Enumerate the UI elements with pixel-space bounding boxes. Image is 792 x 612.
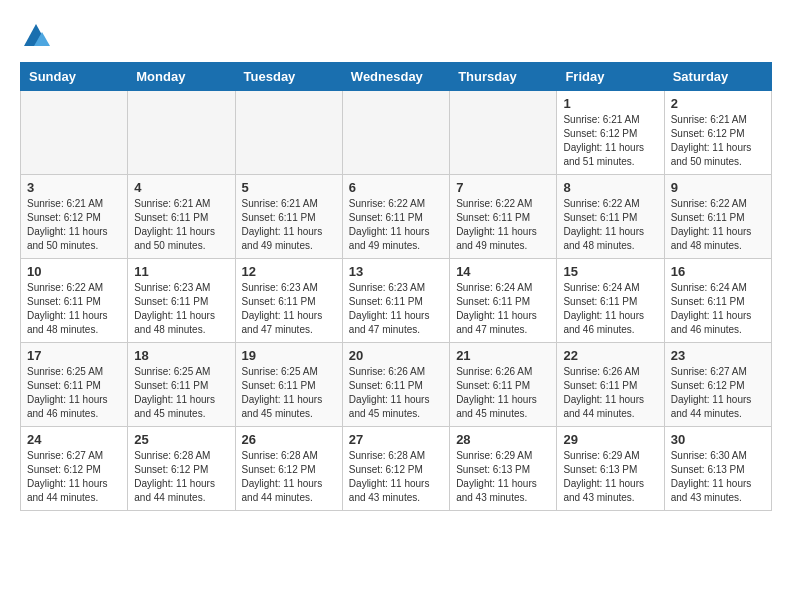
day-cell: 16Sunrise: 6:24 AM Sunset: 6:11 PM Dayli… bbox=[664, 259, 771, 343]
day-info: Sunrise: 6:23 AM Sunset: 6:11 PM Dayligh… bbox=[242, 281, 336, 337]
day-info: Sunrise: 6:26 AM Sunset: 6:11 PM Dayligh… bbox=[563, 365, 657, 421]
day-number: 28 bbox=[456, 432, 550, 447]
day-number: 8 bbox=[563, 180, 657, 195]
day-cell: 6Sunrise: 6:22 AM Sunset: 6:11 PM Daylig… bbox=[342, 175, 449, 259]
day-info: Sunrise: 6:27 AM Sunset: 6:12 PM Dayligh… bbox=[27, 449, 121, 505]
logo-icon bbox=[20, 20, 52, 52]
day-number: 14 bbox=[456, 264, 550, 279]
header-cell-wednesday: Wednesday bbox=[342, 63, 449, 91]
day-info: Sunrise: 6:21 AM Sunset: 6:11 PM Dayligh… bbox=[134, 197, 228, 253]
day-info: Sunrise: 6:28 AM Sunset: 6:12 PM Dayligh… bbox=[242, 449, 336, 505]
day-number: 17 bbox=[27, 348, 121, 363]
day-number: 10 bbox=[27, 264, 121, 279]
header-cell-friday: Friday bbox=[557, 63, 664, 91]
day-cell: 27Sunrise: 6:28 AM Sunset: 6:12 PM Dayli… bbox=[342, 427, 449, 511]
day-info: Sunrise: 6:25 AM Sunset: 6:11 PM Dayligh… bbox=[134, 365, 228, 421]
header-cell-sunday: Sunday bbox=[21, 63, 128, 91]
day-info: Sunrise: 6:24 AM Sunset: 6:11 PM Dayligh… bbox=[456, 281, 550, 337]
day-cell: 20Sunrise: 6:26 AM Sunset: 6:11 PM Dayli… bbox=[342, 343, 449, 427]
logo bbox=[20, 20, 56, 52]
week-row-1: 1Sunrise: 6:21 AM Sunset: 6:12 PM Daylig… bbox=[21, 91, 772, 175]
day-number: 27 bbox=[349, 432, 443, 447]
day-cell bbox=[342, 91, 449, 175]
day-info: Sunrise: 6:25 AM Sunset: 6:11 PM Dayligh… bbox=[242, 365, 336, 421]
day-info: Sunrise: 6:28 AM Sunset: 6:12 PM Dayligh… bbox=[349, 449, 443, 505]
header-cell-thursday: Thursday bbox=[450, 63, 557, 91]
calendar-table: SundayMondayTuesdayWednesdayThursdayFrid… bbox=[20, 62, 772, 511]
header-cell-monday: Monday bbox=[128, 63, 235, 91]
day-number: 25 bbox=[134, 432, 228, 447]
day-cell: 14Sunrise: 6:24 AM Sunset: 6:11 PM Dayli… bbox=[450, 259, 557, 343]
day-info: Sunrise: 6:21 AM Sunset: 6:12 PM Dayligh… bbox=[27, 197, 121, 253]
day-number: 22 bbox=[563, 348, 657, 363]
day-number: 24 bbox=[27, 432, 121, 447]
day-cell: 22Sunrise: 6:26 AM Sunset: 6:11 PM Dayli… bbox=[557, 343, 664, 427]
day-cell: 29Sunrise: 6:29 AM Sunset: 6:13 PM Dayli… bbox=[557, 427, 664, 511]
day-cell: 19Sunrise: 6:25 AM Sunset: 6:11 PM Dayli… bbox=[235, 343, 342, 427]
day-info: Sunrise: 6:22 AM Sunset: 6:11 PM Dayligh… bbox=[671, 197, 765, 253]
day-number: 18 bbox=[134, 348, 228, 363]
day-number: 23 bbox=[671, 348, 765, 363]
day-info: Sunrise: 6:22 AM Sunset: 6:11 PM Dayligh… bbox=[27, 281, 121, 337]
day-cell: 13Sunrise: 6:23 AM Sunset: 6:11 PM Dayli… bbox=[342, 259, 449, 343]
day-cell: 25Sunrise: 6:28 AM Sunset: 6:12 PM Dayli… bbox=[128, 427, 235, 511]
day-number: 29 bbox=[563, 432, 657, 447]
header-cell-saturday: Saturday bbox=[664, 63, 771, 91]
day-number: 3 bbox=[27, 180, 121, 195]
day-info: Sunrise: 6:23 AM Sunset: 6:11 PM Dayligh… bbox=[349, 281, 443, 337]
day-cell: 1Sunrise: 6:21 AM Sunset: 6:12 PM Daylig… bbox=[557, 91, 664, 175]
day-cell: 21Sunrise: 6:26 AM Sunset: 6:11 PM Dayli… bbox=[450, 343, 557, 427]
day-info: Sunrise: 6:22 AM Sunset: 6:11 PM Dayligh… bbox=[563, 197, 657, 253]
calendar-body: 1Sunrise: 6:21 AM Sunset: 6:12 PM Daylig… bbox=[21, 91, 772, 511]
day-number: 1 bbox=[563, 96, 657, 111]
day-number: 21 bbox=[456, 348, 550, 363]
week-row-5: 24Sunrise: 6:27 AM Sunset: 6:12 PM Dayli… bbox=[21, 427, 772, 511]
day-info: Sunrise: 6:23 AM Sunset: 6:11 PM Dayligh… bbox=[134, 281, 228, 337]
day-cell bbox=[128, 91, 235, 175]
day-info: Sunrise: 6:29 AM Sunset: 6:13 PM Dayligh… bbox=[563, 449, 657, 505]
day-info: Sunrise: 6:24 AM Sunset: 6:11 PM Dayligh… bbox=[563, 281, 657, 337]
day-cell: 23Sunrise: 6:27 AM Sunset: 6:12 PM Dayli… bbox=[664, 343, 771, 427]
day-cell: 7Sunrise: 6:22 AM Sunset: 6:11 PM Daylig… bbox=[450, 175, 557, 259]
week-row-4: 17Sunrise: 6:25 AM Sunset: 6:11 PM Dayli… bbox=[21, 343, 772, 427]
header-cell-tuesday: Tuesday bbox=[235, 63, 342, 91]
header-row: SundayMondayTuesdayWednesdayThursdayFrid… bbox=[21, 63, 772, 91]
day-info: Sunrise: 6:26 AM Sunset: 6:11 PM Dayligh… bbox=[456, 365, 550, 421]
day-cell: 28Sunrise: 6:29 AM Sunset: 6:13 PM Dayli… bbox=[450, 427, 557, 511]
day-cell: 30Sunrise: 6:30 AM Sunset: 6:13 PM Dayli… bbox=[664, 427, 771, 511]
day-number: 4 bbox=[134, 180, 228, 195]
day-cell: 12Sunrise: 6:23 AM Sunset: 6:11 PM Dayli… bbox=[235, 259, 342, 343]
day-cell: 3Sunrise: 6:21 AM Sunset: 6:12 PM Daylig… bbox=[21, 175, 128, 259]
day-number: 11 bbox=[134, 264, 228, 279]
day-cell: 5Sunrise: 6:21 AM Sunset: 6:11 PM Daylig… bbox=[235, 175, 342, 259]
day-cell: 24Sunrise: 6:27 AM Sunset: 6:12 PM Dayli… bbox=[21, 427, 128, 511]
day-number: 7 bbox=[456, 180, 550, 195]
day-cell: 17Sunrise: 6:25 AM Sunset: 6:11 PM Dayli… bbox=[21, 343, 128, 427]
calendar-header: SundayMondayTuesdayWednesdayThursdayFrid… bbox=[21, 63, 772, 91]
day-cell: 4Sunrise: 6:21 AM Sunset: 6:11 PM Daylig… bbox=[128, 175, 235, 259]
day-info: Sunrise: 6:21 AM Sunset: 6:12 PM Dayligh… bbox=[671, 113, 765, 169]
day-cell: 8Sunrise: 6:22 AM Sunset: 6:11 PM Daylig… bbox=[557, 175, 664, 259]
day-info: Sunrise: 6:27 AM Sunset: 6:12 PM Dayligh… bbox=[671, 365, 765, 421]
day-cell bbox=[21, 91, 128, 175]
day-cell: 15Sunrise: 6:24 AM Sunset: 6:11 PM Dayli… bbox=[557, 259, 664, 343]
page-header bbox=[20, 20, 772, 52]
day-cell: 11Sunrise: 6:23 AM Sunset: 6:11 PM Dayli… bbox=[128, 259, 235, 343]
week-row-2: 3Sunrise: 6:21 AM Sunset: 6:12 PM Daylig… bbox=[21, 175, 772, 259]
day-number: 30 bbox=[671, 432, 765, 447]
day-number: 20 bbox=[349, 348, 443, 363]
day-cell bbox=[450, 91, 557, 175]
day-number: 5 bbox=[242, 180, 336, 195]
day-info: Sunrise: 6:21 AM Sunset: 6:11 PM Dayligh… bbox=[242, 197, 336, 253]
day-number: 9 bbox=[671, 180, 765, 195]
day-number: 15 bbox=[563, 264, 657, 279]
week-row-3: 10Sunrise: 6:22 AM Sunset: 6:11 PM Dayli… bbox=[21, 259, 772, 343]
day-info: Sunrise: 6:22 AM Sunset: 6:11 PM Dayligh… bbox=[456, 197, 550, 253]
day-cell: 18Sunrise: 6:25 AM Sunset: 6:11 PM Dayli… bbox=[128, 343, 235, 427]
day-info: Sunrise: 6:26 AM Sunset: 6:11 PM Dayligh… bbox=[349, 365, 443, 421]
day-info: Sunrise: 6:25 AM Sunset: 6:11 PM Dayligh… bbox=[27, 365, 121, 421]
day-cell bbox=[235, 91, 342, 175]
day-number: 6 bbox=[349, 180, 443, 195]
day-info: Sunrise: 6:29 AM Sunset: 6:13 PM Dayligh… bbox=[456, 449, 550, 505]
day-info: Sunrise: 6:21 AM Sunset: 6:12 PM Dayligh… bbox=[563, 113, 657, 169]
